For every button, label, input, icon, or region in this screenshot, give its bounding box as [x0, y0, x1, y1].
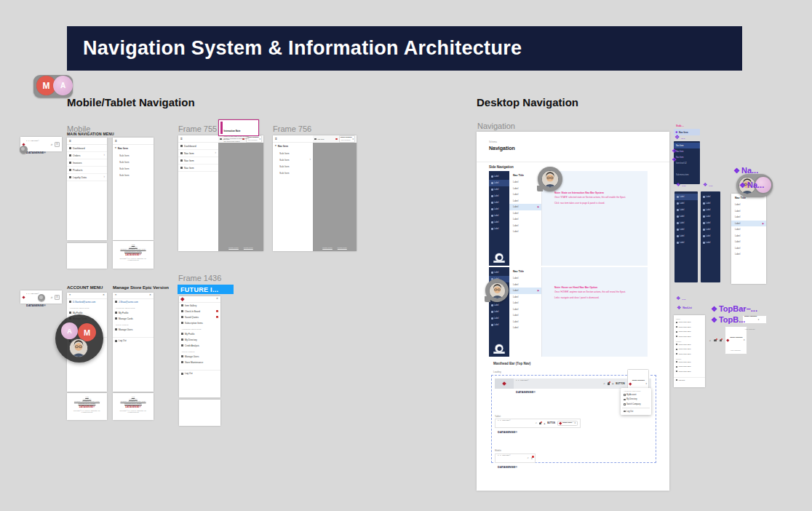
menu-icon[interactable]: ≡: [531, 457, 533, 460]
panel-item[interactable]: Label: [731, 251, 766, 258]
flyout-item[interactable]: Label: [509, 191, 541, 198]
sidebar-nav-item[interactable]: Label: [674, 239, 698, 246]
masthead-button[interactable]: BUTTON: [547, 422, 555, 424]
flyout-item[interactable]: Label: [509, 223, 541, 229]
figma-canvas[interactable]: Navigation System & Information Architec…: [0, 0, 812, 511]
sidebar-nav-item[interactable]: Label: [489, 213, 509, 219]
menu-button[interactable]: ≡: [55, 142, 60, 147]
mobile-nav-sub-item[interactable]: Sub Item: [113, 159, 154, 165]
sidebar-nav-item[interactable]: Label: [701, 226, 720, 233]
footer-link[interactable]: Help: [67, 396, 107, 397]
flyout-item[interactable]: Label: [509, 198, 541, 205]
component-label-na-2[interactable]: ❖Na...: [739, 181, 764, 189]
mobile-nav-sub-item[interactable]: Sub Item: [113, 152, 154, 159]
mobile-nav-item[interactable]: Dashboard ›: [67, 145, 107, 152]
sidebar-nav-item[interactable]: Label: [489, 206, 509, 213]
menu-row[interactable]: Item Gallery: [179, 303, 220, 309]
panel-nav-item[interactable]: Sub menu item: [674, 172, 700, 178]
footer-link[interactable]: Help: [113, 396, 154, 397]
footer-link[interactable]: Help Center: [67, 398, 107, 400]
dropdown-item[interactable]: Switch Company: [622, 402, 650, 407]
menu-row[interactable]: Log Out: [179, 370, 220, 376]
component-marker[interactable]: ❖ ...: [674, 135, 685, 140]
sidebar-nav-item[interactable]: Label: [489, 180, 509, 186]
flyout-item[interactable]: Label: [509, 210, 541, 217]
account-menu-row[interactable]: My Profile: [113, 310, 154, 316]
sidebar-nav-item[interactable]: Label: [489, 315, 509, 322]
sidebar-nav-item[interactable]: Label: [489, 322, 509, 328]
account-menu-row[interactable]: Manage Users: [113, 327, 154, 333]
overlay-footer-link[interactable]: Terms of Use: [244, 247, 253, 248]
footer-link[interactable]: Company Information Privacy Policy: [113, 248, 154, 250]
flyout-item[interactable]: Label: [509, 306, 541, 313]
panel-nav-item[interactable]: Nav Item: [674, 143, 700, 148]
component-label-topbar-1[interactable]: ❖TopBar–...: [711, 304, 757, 313]
menu-row[interactable]: Check-In Board 3: [179, 309, 220, 314]
footer-link[interactable]: Terms Services | Privacy: [67, 403, 107, 404]
panel-item[interactable]: Label: [731, 233, 766, 239]
drawer-parent-item[interactable]: ▾ Nav Item: [273, 143, 313, 150]
footer-link[interactable]: Help Center: [113, 398, 154, 400]
notifications-bell-icon[interactable]: [608, 382, 610, 385]
search-icon[interactable]: ⌕: [528, 457, 529, 460]
drawer-sub-item[interactable]: Sub Item ›: [273, 157, 313, 163]
search-icon[interactable]: ⌕: [603, 382, 605, 385]
breadcrumb[interactable]: Schema: [489, 140, 497, 143]
account-menu-row[interactable]: J.Shaw@acme.com: [113, 299, 154, 305]
user-chip[interactable]: Sarah JohnsonAcme Company ▾: [339, 135, 355, 143]
menu-row[interactable]: My Profile: [179, 331, 220, 337]
drawer-nav-item[interactable]: Nav Item ›: [178, 165, 218, 172]
account-menu-row[interactable]: ACCOUNT SETTINGS: [113, 305, 154, 310]
footer-link[interactable]: Terms Services | Privacy: [113, 403, 154, 404]
menu-button[interactable]: ≡: [55, 295, 60, 300]
notifications-bell-icon[interactable]: [539, 422, 542, 425]
frame-label-navigation[interactable]: Navigation: [477, 122, 515, 130]
flyout-item[interactable]: Label: [509, 216, 541, 223]
search-icon[interactable]: ⌕: [536, 422, 537, 425]
sidebar-nav-item[interactable]: Label: [674, 200, 698, 207]
frame-label-756[interactable]: Frame 756: [273, 124, 311, 133]
footer-link[interactable]: Company Information Privacy Policy: [67, 400, 107, 402]
masthead-button[interactable]: BUTTON: [616, 382, 624, 385]
flyout-item[interactable]: Label: [509, 319, 541, 325]
sidebar-nav-item[interactable]: Label: [674, 220, 698, 226]
footer-link[interactable]: Help Center: [113, 246, 154, 247]
close-icon[interactable]: ✕: [149, 294, 151, 297]
panel-item[interactable]: Label: [731, 221, 766, 227]
hamburger-icon[interactable]: ≡: [115, 139, 117, 143]
menu-row[interactable]: Log Out: [674, 377, 705, 382]
search-icon[interactable]: ⌕: [709, 339, 711, 342]
sidebar-nav-item[interactable]: Label: [674, 207, 698, 213]
user-menu-chip[interactable]: Sarah JohnsonAcme Company ▾: [742, 315, 767, 324]
footer-link[interactable]: Terms Services | Privacy: [113, 250, 154, 252]
flyout-item[interactable]: Label: [509, 312, 541, 319]
user-menu-chip[interactable]: Sarah JohnsonAcme Company ▾: [725, 326, 747, 354]
close-icon[interactable]: ✕: [103, 294, 105, 297]
hamburger-icon[interactable]: ≡: [275, 137, 277, 140]
drawer-nav-item[interactable]: Nav Item ›: [178, 157, 218, 165]
sidebar-nav-item[interactable]: Label: [674, 194, 698, 200]
component-label-topbar-2[interactable]: ❖TopB...: [711, 315, 745, 324]
sub-layer-label[interactable]: Sub...: [676, 124, 684, 127]
sidebar-nav-item[interactable]: Label: [701, 200, 720, 207]
hamburger-icon[interactable]: ≡: [115, 294, 116, 297]
hamburger-icon[interactable]: ≡: [69, 139, 71, 143]
menu-row[interactable]: Menu item label: [674, 369, 705, 374]
menu-row[interactable]: ACCOUNT SETTINGS: [179, 326, 220, 331]
sidebar-nav-item[interactable]: Label: [701, 233, 720, 239]
sidebar-nav-item[interactable]: Label: [701, 220, 720, 226]
panel-item[interactable]: Label: [731, 208, 766, 215]
flyout-item[interactable]: Label: [509, 229, 541, 235]
mobile-nav-item[interactable]: Invoices ›: [67, 159, 107, 167]
sidebar-nav-item[interactable]: Label: [489, 226, 509, 232]
component-label-na-1[interactable]: ❖Na...: [733, 166, 758, 175]
account-menu-row[interactable]: Manage Cards: [113, 316, 154, 322]
sidebar-nav-item[interactable]: Label: [674, 226, 698, 233]
mobile-nav-item[interactable]: Orders ›: [67, 152, 107, 159]
mobile-nav-parent[interactable]: ▾ Nav Item: [113, 145, 154, 152]
mobile-nav-sub-item[interactable]: Sub Item: [113, 172, 154, 178]
sidebar-nav-item[interactable]: Label: [701, 194, 720, 200]
frame-label-755[interactable]: Frame 755: [178, 124, 217, 133]
mobile-nav-item[interactable]: Loyalty Data ›: [67, 174, 107, 181]
menu-row[interactable]: ADMIN TOOLS: [179, 349, 220, 354]
